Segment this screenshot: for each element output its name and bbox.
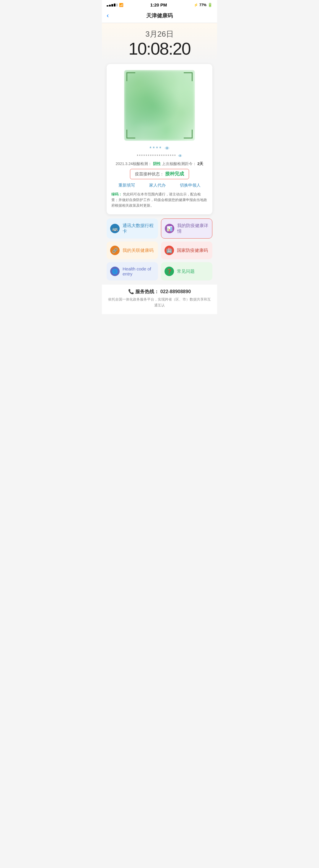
qr-corner-tr [184, 72, 193, 81]
description-text: 绿码： 凭此码可在本市范围内通行，请主动出示，配合检查；并做好自身防护工作，码值… [111, 192, 208, 209]
vaccine-status-value: 接种完成 [165, 171, 184, 176]
phone-icon: 📞 [128, 289, 135, 294]
signal-dots [107, 4, 118, 6]
entry-code-icon: 🌐 [110, 267, 120, 276]
action-links: 重新填写 家人代办 切换申领人 [111, 183, 208, 188]
masked-id: ****************** [137, 154, 176, 158]
description-body: 凭此码可在本市范围内通行，请主动出示，配合检查；并做好自身防护工作，码值会根据您… [111, 192, 207, 208]
test-date-label: 2021.3.24核酸检测： [116, 161, 152, 166]
bluetooth-icon: ⚡ [194, 3, 198, 7]
family-link[interactable]: 家人代办 [149, 183, 166, 188]
hotline-row: 📞 服务热线： 022-88908890 [108, 289, 211, 295]
travel-icon: 🚌 [110, 224, 120, 233]
faq-label: 常见问题 [177, 269, 195, 274]
id-visibility-toggle[interactable]: 👁 [178, 154, 182, 158]
entry-code-label: Health code of entry [123, 266, 154, 276]
signal-dot-1 [107, 5, 108, 6]
header: ‹ 天津健康码 [102, 8, 217, 23]
battery-icon: 🔋 [208, 3, 212, 7]
national-code-label: 国家防疫健康码 [177, 248, 208, 253]
signal-dot-4 [114, 4, 115, 6]
masked-name: **** [149, 146, 163, 152]
qr-corner-bl [126, 130, 135, 138]
time-display: 10:08:20 [102, 39, 217, 58]
back-button[interactable]: ‹ [107, 12, 109, 20]
qr-corner-br [184, 130, 193, 138]
health-detail-icon: 📊 [165, 224, 174, 233]
related-code-icon: 🔗 [110, 246, 120, 255]
related-code-button[interactable]: 🔗 我的关联健康码 [107, 242, 158, 259]
id-row: ****************** 👁 [111, 154, 208, 158]
signal-dot-3 [111, 4, 113, 6]
footer: 📞 服务热线： 022-88908890 依托全国一体化政务服务平台，实现跨省（… [102, 285, 217, 314]
test-result-row: 2021.3.24核酸检测： 阴性 上次核酸检测距今： 2天 [111, 161, 208, 166]
national-code-icon: 🏥 [165, 246, 174, 255]
signal-dot-5 [116, 4, 118, 6]
travel-label: 通讯大数据行程卡 [123, 223, 154, 234]
qr-corner-tl [126, 72, 135, 81]
qr-code-image [124, 70, 195, 141]
last-test-label: 上次核酸检测距今： [162, 161, 196, 166]
health-detail-button[interactable]: 📊 我的防疫健康详情 [161, 218, 212, 239]
green-code-label: 绿码： [111, 192, 122, 196]
health-detail-label: 我的防疫健康详情 [177, 223, 208, 234]
wifi-icon: 📶 [119, 3, 123, 7]
date-display: 3月26日 [102, 29, 217, 39]
signal-dot-2 [109, 5, 111, 6]
qr-card: **** 👁 ****************** 👁 2021.3.24核酸检… [107, 64, 212, 215]
name-row: **** 👁 [111, 146, 208, 152]
status-time: 1:20 PM [150, 2, 167, 7]
hotline-number: 022-88908890 [161, 289, 191, 294]
status-bar: 📶 1:20 PM ⚡ 77% 🔋 [102, 0, 217, 8]
name-visibility-toggle[interactable]: 👁 [165, 146, 170, 151]
vaccine-label: 疫苗接种状态： [135, 172, 164, 176]
footer-description: 依托全国一体化政务服务平台，实现跨省（区、市）数据共享和互通互认 [108, 297, 211, 308]
battery-label: 77% [199, 3, 206, 7]
feature-button-grid: 🚌 通讯大数据行程卡 📊 我的防疫健康详情 🔗 我的关联健康码 🏥 国家防疫健康… [107, 218, 212, 280]
faq-icon: ❓ [165, 267, 174, 276]
related-code-label: 我的关联健康码 [123, 248, 153, 253]
datetime-section: 3月26日 10:08:20 [102, 23, 217, 61]
test-result-value: 阴性 [153, 161, 161, 166]
faq-button[interactable]: ❓ 常见问题 [161, 262, 212, 280]
last-test-days: 2天 [197, 161, 203, 166]
vaccine-status-row: 疫苗接种状态： 接种完成 [130, 169, 189, 179]
national-code-button[interactable]: 🏥 国家防疫健康码 [161, 242, 212, 259]
hotline-label: 服务热线： [135, 289, 159, 294]
switch-applicant-link[interactable]: 切换申领人 [180, 183, 201, 188]
entry-code-button[interactable]: 🌐 Health code of entry [107, 262, 158, 280]
status-right: ⚡ 77% 🔋 [194, 3, 212, 7]
travel-card-button[interactable]: 🚌 通讯大数据行程卡 [107, 218, 158, 239]
status-left: 📶 [107, 3, 123, 7]
page-title: 天津健康码 [146, 12, 173, 19]
refill-link[interactable]: 重新填写 [118, 183, 135, 188]
